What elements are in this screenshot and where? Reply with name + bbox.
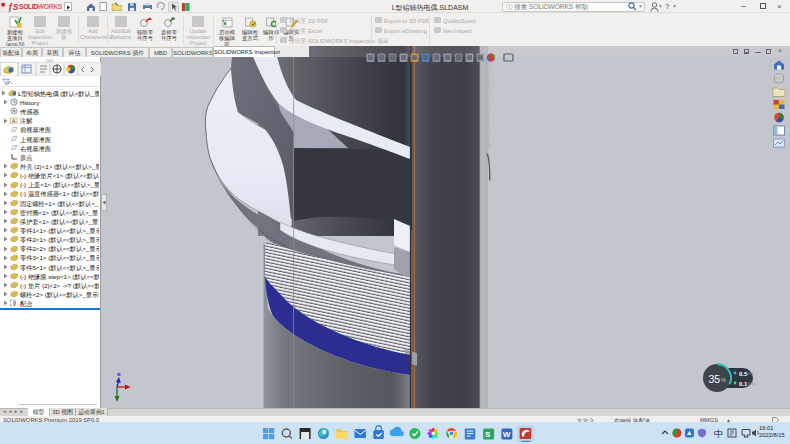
svg-text:S: S (485, 430, 491, 439)
svg-text:W: W (503, 430, 511, 439)
svg-text:35: 35 (709, 373, 721, 385)
svg-text:0.5: 0.5 (739, 371, 748, 377)
svg-text:KB/s: KB/s (748, 372, 756, 376)
svg-text:0.1: 0.1 (739, 381, 748, 387)
svg-text:KB/s: KB/s (748, 382, 756, 386)
svg-text:%: % (721, 377, 726, 383)
svg-text:中: 中 (714, 429, 723, 439)
